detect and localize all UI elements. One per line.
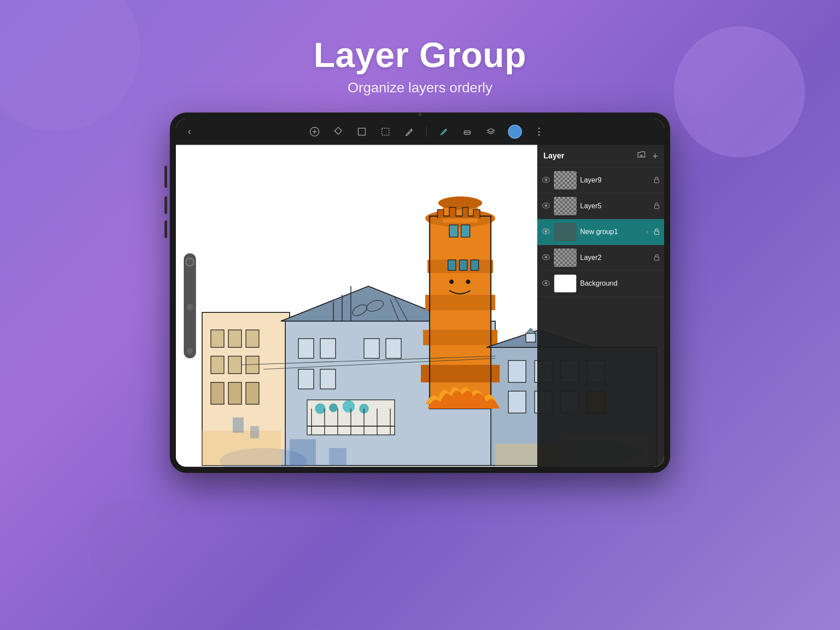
svg-rect-40 (364, 339, 379, 358)
svg-rect-17 (425, 295, 495, 310)
svg-point-46 (329, 403, 338, 412)
svg-rect-29 (211, 330, 224, 347)
layer9-thumbnail (554, 171, 577, 189)
svg-point-81 (466, 280, 470, 284)
svg-rect-85 (290, 439, 316, 466)
svg-rect-35 (211, 382, 224, 404)
svg-rect-33 (228, 356, 242, 374)
color-picker[interactable] (508, 125, 522, 139)
svg-rect-96 (654, 205, 659, 209)
tablet-side-button-3 (164, 220, 167, 238)
layer-header-icons: + (637, 150, 658, 162)
svg-rect-42 (298, 369, 314, 389)
tablet-camera (418, 113, 422, 116)
svg-rect-93 (654, 179, 659, 183)
svg-rect-61 (508, 391, 526, 413)
background-visibility-icon[interactable] (542, 280, 550, 287)
svg-rect-99 (654, 231, 659, 234)
background-name: Background (580, 280, 660, 287)
svg-rect-19 (421, 365, 500, 382)
layer5-visibility-icon[interactable] (542, 203, 550, 210)
tablet-frame: ‹ (171, 113, 669, 472)
layer-item-background[interactable]: Background (537, 271, 664, 297)
fill-tool[interactable] (332, 125, 345, 138)
layer-panel-header: Layer + (537, 145, 664, 168)
background-thumbnail (554, 274, 577, 293)
more-options[interactable]: ⋮ (532, 125, 546, 138)
layer5-lock-icon[interactable] (654, 202, 660, 210)
layer2-name: Layer2 (580, 254, 650, 262)
svg-rect-57 (508, 360, 526, 382)
newgroup1-chevron-icon[interactable]: › (646, 228, 648, 236)
bg-circle-2 (674, 26, 805, 158)
svg-point-98 (545, 230, 547, 233)
svg-rect-43 (320, 369, 336, 389)
layer-item-layer2[interactable]: Layer2 (537, 245, 664, 271)
svg-rect-67 (526, 333, 536, 342)
layer-item-layer9[interactable]: Layer9 (537, 168, 664, 193)
toolbar-left: ‹ (183, 125, 196, 138)
add-button[interactable] (308, 125, 321, 138)
layer5-name: Layer5 (580, 202, 650, 210)
layer-folder-button[interactable] (637, 150, 646, 162)
layer9-visibility-icon[interactable] (542, 177, 550, 184)
selection-tool[interactable] (379, 125, 392, 138)
tablet-screen: ‹ (176, 119, 664, 467)
svg-rect-30 (228, 330, 242, 347)
pen-tool[interactable] (402, 125, 416, 138)
svg-point-104 (545, 282, 547, 284)
svg-rect-4 (382, 128, 389, 135)
pencil-slider (184, 253, 196, 358)
layer2-thumbnail (554, 248, 577, 267)
back-button[interactable]: ‹ (183, 125, 196, 138)
layer-item-layer5[interactable]: Layer5 (537, 193, 664, 219)
newgroup1-name: New group1 (580, 228, 643, 236)
layer-item-newgroup1[interactable]: New group1 › (537, 219, 664, 245)
svg-rect-102 (654, 257, 659, 260)
svg-point-45 (315, 403, 326, 414)
svg-point-22 (438, 196, 482, 210)
layer2-visibility-icon[interactable] (542, 254, 550, 262)
svg-rect-27 (471, 260, 479, 270)
slider-dot-2 (187, 348, 193, 354)
svg-rect-41 (386, 339, 401, 358)
page-subtitle: Organize layers orderly (314, 80, 527, 96)
layers-tool[interactable] (484, 125, 497, 138)
layer-add-button[interactable]: + (652, 150, 658, 162)
svg-rect-32 (211, 356, 224, 374)
slider-handle[interactable] (186, 258, 194, 266)
toolbar-center: ⋮ (196, 125, 657, 139)
transform-tool[interactable] (355, 125, 368, 138)
brush-tool[interactable] (437, 125, 450, 138)
bg-circle-3 (88, 499, 175, 586)
layer9-name: Layer9 (580, 176, 650, 184)
svg-rect-36 (228, 382, 242, 404)
layer9-lock-icon[interactable] (654, 176, 660, 185)
svg-point-95 (545, 204, 547, 207)
eraser-tool[interactable] (461, 125, 474, 138)
svg-point-92 (545, 178, 547, 181)
svg-rect-25 (448, 260, 456, 270)
newgroup1-visibility-icon[interactable] (542, 228, 550, 236)
svg-rect-31 (246, 330, 259, 347)
slider-dot-1 (187, 304, 193, 310)
svg-rect-87 (233, 417, 244, 433)
canvas-area: Layer + (176, 145, 664, 467)
layer2-lock-icon[interactable] (654, 254, 660, 262)
svg-point-80 (449, 280, 454, 284)
svg-rect-39 (320, 339, 336, 358)
bg-circle-1 (0, 0, 140, 131)
svg-rect-38 (298, 339, 314, 358)
layer5-thumbnail (554, 197, 577, 215)
svg-rect-37 (246, 382, 259, 404)
page-title: Layer Group (314, 35, 527, 75)
header-section: Layer Group Organize layers orderly (314, 35, 527, 96)
tablet-side-button-1 (164, 166, 167, 188)
layer-panel: Layer + (537, 145, 664, 467)
toolbar-separator (426, 126, 427, 137)
svg-point-47 (343, 400, 355, 413)
toolbar: ‹ (176, 119, 664, 145)
svg-rect-86 (329, 448, 346, 466)
svg-rect-26 (459, 260, 467, 270)
newgroup1-lock-icon[interactable] (654, 228, 660, 236)
